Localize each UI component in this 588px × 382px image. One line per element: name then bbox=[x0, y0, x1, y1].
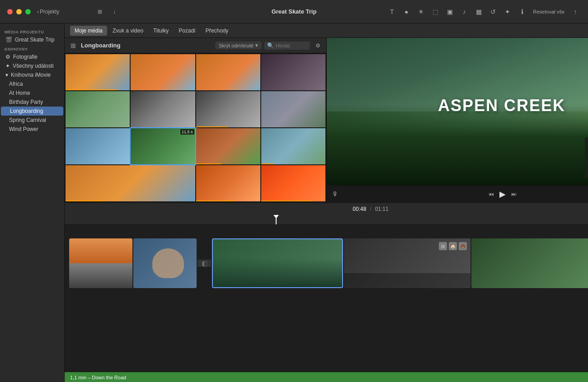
playhead-triangle bbox=[273, 215, 279, 219]
import-icon[interactable]: ↓ bbox=[108, 5, 121, 18]
sidebar-item-africa[interactable]: Africa bbox=[0, 79, 64, 89]
photo-icon: ⚙ bbox=[5, 54, 10, 60]
sidebar-item-wind-power[interactable]: Wind Power bbox=[0, 125, 64, 134]
sidebar-item-birthday-party[interactable]: Birthday Party bbox=[0, 98, 64, 107]
maximize-button[interactable] bbox=[25, 9, 31, 14]
media-thumb-10[interactable]: 11,5 s bbox=[131, 128, 195, 164]
play-button[interactable]: ▶ bbox=[499, 189, 506, 199]
middle-section: ⊞ Longboarding Skrýt odmítnuté ▾ 🔍 ⚙ bbox=[65, 38, 588, 202]
window-controls: ‹ Projekty bbox=[0, 9, 66, 15]
crop-tool[interactable]: ⬚ bbox=[430, 6, 441, 17]
chart-tool[interactable]: ▦ bbox=[473, 6, 484, 17]
sidebar-item-at-home[interactable]: At Home bbox=[0, 89, 64, 98]
tab-zvuk-video[interactable]: Zvuk a video bbox=[108, 26, 148, 36]
libraries-label: KNIHOVNY bbox=[0, 44, 64, 52]
media-thumb-7[interactable] bbox=[196, 91, 260, 127]
text-tool[interactable]: T bbox=[386, 6, 397, 17]
back-label: Projekty bbox=[40, 9, 59, 15]
tab-pozadi[interactable]: Pozadí bbox=[174, 26, 200, 36]
media-thumb-14[interactable] bbox=[196, 165, 260, 201]
media-thumb-9[interactable] bbox=[66, 128, 130, 164]
sidebar-item-spring-carnival[interactable]: Spring Carnival bbox=[0, 116, 64, 125]
hide-rejected-label: Skrýt odmítnuté bbox=[219, 43, 254, 48]
star-icon: ✦ bbox=[5, 63, 10, 69]
hide-rejected-button[interactable]: Skrýt odmítnuté ▾ bbox=[215, 42, 262, 49]
preview-controls: 🎙 ⏮ ▶ ⏭ ⤡ bbox=[327, 185, 588, 202]
browser-title: Longboarding bbox=[81, 42, 212, 49]
media-thumb-12[interactable] bbox=[261, 128, 325, 164]
filter-tool[interactable]: ☀ bbox=[415, 6, 426, 17]
tab-titulky[interactable]: Titulky bbox=[149, 26, 173, 36]
hide-rejected-chevron-icon: ▾ bbox=[255, 42, 258, 48]
skip-forward-button[interactable]: ⏭ bbox=[511, 191, 517, 197]
gear-icon: ⚙ bbox=[315, 42, 320, 49]
skip-back-button[interactable]: ⏮ bbox=[489, 191, 494, 197]
vsechny-label: Všechny události bbox=[13, 63, 54, 69]
media-toolbar: Moje média Zvuk a video Titulky Pozadí P… bbox=[65, 23, 588, 38]
media-project-label: MÉDIA PROJEKTU bbox=[0, 27, 64, 35]
back-button[interactable]: ‹ Projekty bbox=[37, 9, 59, 15]
audio-tool[interactable]: ♪ bbox=[459, 6, 470, 17]
preview-title-text: ASPEN CREEK bbox=[438, 96, 565, 115]
clip-forest[interactable] bbox=[471, 238, 588, 288]
status-label: 1,1 min – Down the Road bbox=[70, 375, 126, 380]
playhead bbox=[276, 215, 277, 224]
close-button[interactable] bbox=[7, 9, 13, 14]
video-tool[interactable]: ▣ bbox=[444, 6, 455, 17]
timecode-current: 00:48 bbox=[353, 206, 366, 212]
color-tool[interactable]: ● bbox=[401, 6, 412, 17]
info-tool[interactable]: ℹ bbox=[517, 6, 527, 17]
media-thumb-11[interactable] bbox=[196, 128, 260, 164]
search-icon: 🔍 bbox=[267, 42, 274, 49]
imovie-library-label: Knihovna iMovie bbox=[11, 72, 51, 78]
sidebar: MÉDIA PROJEKTU 🎬 Great Skate Trip KNIHOV… bbox=[0, 23, 65, 382]
noise-tool[interactable]: ✦ bbox=[502, 6, 513, 17]
sidebar-item-longboarding[interactable]: Longboarding bbox=[1, 107, 63, 116]
clip-skaters[interactable]: 2,2 s – ASPEN CREEK.... bbox=[212, 238, 343, 288]
chevron-down-icon: ▾ bbox=[5, 72, 8, 78]
timeline-tracks: ◧ 2,2 s – ASPEN CREEK.... bbox=[65, 225, 588, 372]
gear-button[interactable]: ⚙ bbox=[313, 41, 323, 51]
share-icon[interactable]: ↑ bbox=[570, 6, 581, 17]
media-browser: ⊞ Longboarding Skrýt odmítnuté ▾ 🔍 ⚙ bbox=[65, 38, 327, 202]
media-thumb-4[interactable] bbox=[261, 54, 325, 90]
media-tabs: Moje média Zvuk a video Titulky Pozadí P… bbox=[70, 26, 233, 36]
sidebar-item-fotografie[interactable]: ⚙ Fotografie bbox=[1, 52, 63, 61]
timecode-separator: / bbox=[370, 206, 371, 212]
mic-button[interactable]: 🎙 bbox=[332, 191, 339, 198]
clip-sunset[interactable] bbox=[69, 238, 132, 288]
sidebar-item-project[interactable]: 🎬 Great Skate Trip bbox=[1, 35, 63, 44]
browser-header: ⊞ Longboarding Skrýt odmítnuté ▾ 🔍 ⚙ bbox=[65, 38, 326, 53]
media-thumb-8[interactable] bbox=[261, 91, 325, 127]
media-thumb-2[interactable] bbox=[131, 54, 195, 90]
layout-icon[interactable]: ⊞ bbox=[94, 5, 106, 18]
timeline-ruler bbox=[65, 215, 588, 225]
clip-girl[interactable] bbox=[133, 238, 197, 288]
preview-video[interactable]: ASPEN CREEK bbox=[327, 38, 588, 185]
media-thumb-13[interactable] bbox=[66, 165, 195, 201]
duration-badge: 11,5 s bbox=[180, 129, 194, 135]
media-thumb-3[interactable] bbox=[196, 54, 260, 90]
speed-tool[interactable]: ↺ bbox=[488, 6, 499, 17]
film-icon: 🎬 bbox=[5, 37, 12, 43]
sidebar-item-imovie-library[interactable]: ▾ Knihovna iMovie bbox=[1, 70, 63, 79]
edit-toolbar: T ● ☀ ⬚ ▣ ♪ ▦ ↺ ✦ ℹ bbox=[386, 6, 527, 17]
fotografie-label: Fotografie bbox=[13, 54, 38, 60]
clip-icon-1: ⊞ bbox=[439, 242, 447, 250]
minimize-button[interactable] bbox=[16, 9, 22, 14]
tab-prechody[interactable]: Přechody bbox=[201, 26, 233, 36]
window-title: Great Skate Trip bbox=[272, 8, 317, 15]
media-thumb-6[interactable] bbox=[131, 91, 195, 127]
main-timeline-track: ◧ 2,2 s – ASPEN CREEK.... bbox=[65, 234, 588, 293]
sidebar-item-vsechny-udalosti[interactable]: ✦ Všechny události bbox=[1, 61, 63, 70]
grid-view-button[interactable]: ⊞ bbox=[68, 41, 78, 51]
media-thumb-5[interactable] bbox=[66, 91, 130, 127]
reset-button[interactable]: Resetovat vše bbox=[530, 8, 567, 15]
media-thumb-15[interactable] bbox=[261, 165, 325, 201]
title-bar: ‹ Projekty ⊞ ↓ Great Skate Trip T ● ☀ ⬚ … bbox=[0, 0, 588, 23]
tab-moje-media[interactable]: Moje média bbox=[70, 26, 107, 36]
clip-skatepark[interactable]: ⊞ 🏠 🐻 bbox=[344, 238, 470, 288]
media-thumb-1[interactable] bbox=[66, 54, 130, 90]
clip-icons: ⊞ 🏠 🐻 bbox=[439, 242, 467, 250]
search-input[interactable] bbox=[276, 43, 307, 48]
